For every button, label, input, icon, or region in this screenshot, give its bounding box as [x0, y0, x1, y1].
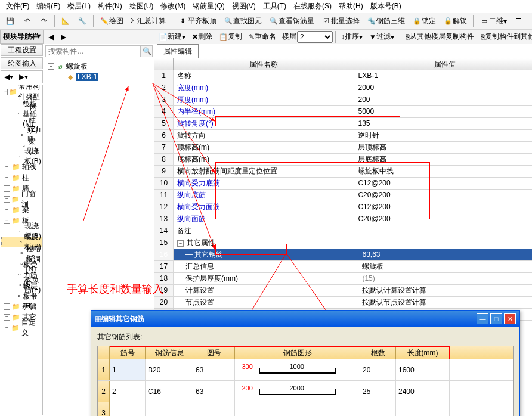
- 2d-button[interactable]: ▭二维 ▾: [477, 15, 510, 28]
- find-element-button[interactable]: 🔍查找图元: [221, 15, 265, 28]
- dialog-titlebar[interactable]: ▦ 编辑其它钢筋 — □ ✕: [91, 311, 519, 327]
- cell-length[interactable]: 2400: [396, 381, 450, 402]
- expand-icon[interactable]: +: [4, 314, 10, 321]
- panel-draw-input[interactable]: 绘图输入: [1, 57, 43, 69]
- cell-shape[interactable]: [235, 402, 360, 416]
- property-row[interactable]: 19计算设置按默认计算设置计算: [154, 285, 532, 297]
- component-item-lxb1[interactable]: LXB-1: [76, 73, 98, 81]
- dropdown-icon[interactable]: ▾: [37, 32, 41, 40]
- align-button[interactable]: ⬍平齐板顶: [175, 15, 219, 28]
- menu-help[interactable]: 帮助(H): [335, 1, 367, 11]
- prop-value[interactable]: [354, 225, 532, 237]
- tree-item[interactable]: ▫现浇板(B): [1, 151, 42, 162]
- cell-jinhao[interactable]: 2: [110, 381, 146, 402]
- delete-button[interactable]: ✖删除: [189, 30, 215, 44]
- expand-icon[interactable]: +: [4, 303, 10, 310]
- nav-fwd-icon[interactable]: ▶▾: [16, 70, 31, 83]
- cell-count[interactable]: [360, 402, 396, 416]
- rebar-row[interactable]: 22C16632002000252400: [98, 381, 513, 402]
- menu-edit[interactable]: 编辑(E): [33, 1, 64, 11]
- property-row[interactable]: 6旋转方向逆时针: [154, 130, 532, 142]
- prop-value[interactable]: C20@200: [354, 190, 532, 201]
- redo-icon[interactable]: ↷: [36, 15, 51, 28]
- lock-button[interactable]: 🔒锁定: [409, 15, 439, 28]
- close-icon[interactable]: ×: [28, 32, 32, 40]
- prop-value[interactable]: 层顶标高: [354, 142, 532, 153]
- undo-icon[interactable]: ↶: [19, 15, 35, 28]
- property-row[interactable]: 13纵向面筋C20@200: [154, 213, 532, 225]
- prop-value[interactable]: 螺旋板: [358, 261, 532, 272]
- menu-floor[interactable]: 楼层(L): [64, 1, 94, 11]
- property-grid[interactable]: 1名称LXB-12宽度(mm)20003厚度(mm)2004内半径(mm)500…: [154, 70, 532, 321]
- prop-value[interactable]: 2000: [354, 82, 532, 94]
- minimize-icon[interactable]: —: [477, 313, 488, 324]
- tool-item[interactable]: 🔧: [75, 15, 90, 28]
- component-tree[interactable]: −📁常用构件类型▫轴网▫筏板基础(M)▫柱(Z)▫剪力墙▫梁(L)▫现浇板(B)…: [1, 85, 43, 415]
- cell-count[interactable]: 20: [360, 359, 396, 380]
- find-rebar-button[interactable]: 🔍查看钢筋量: [266, 15, 317, 28]
- prop-value[interactable]: 螺旋板中线: [354, 166, 532, 177]
- tab-property-edit[interactable]: 属性编辑: [157, 44, 199, 58]
- property-row[interactable]: 10横向受力底筋C12@200: [154, 178, 532, 190]
- property-row[interactable]: 5旋转角度(°)135: [154, 118, 532, 130]
- prop-value[interactable]: C20@200: [354, 213, 532, 225]
- prop-value[interactable]: 层底标高: [354, 154, 532, 165]
- property-row[interactable]: 9横向放射配筋间距度量定位位置螺旋板中线: [154, 166, 532, 178]
- property-row[interactable]: 20节点设置按默认节点设置计算: [154, 297, 532, 309]
- property-row[interactable]: 18保护层厚度(mm)(15): [154, 273, 532, 285]
- copy-button[interactable]: 📋复制: [216, 30, 245, 44]
- expand-icon[interactable]: +: [4, 185, 10, 192]
- expand-icon[interactable]: +: [4, 175, 10, 181]
- property-row[interactable]: 2宽度(mm)2000: [154, 82, 532, 94]
- property-row[interactable]: 8底标高(m)层底标高: [154, 154, 532, 166]
- cell-info[interactable]: C16: [146, 381, 193, 402]
- floor-select[interactable]: 2: [297, 31, 333, 43]
- expand-icon[interactable]: +: [4, 207, 10, 213]
- batch-select-button[interactable]: ☑批量选择: [318, 15, 363, 28]
- prop-value[interactable]: C12@200: [354, 178, 532, 189]
- property-row[interactable]: 12横向受力面筋C12@200: [154, 201, 532, 213]
- rename-button[interactable]: ✎重命名: [246, 30, 279, 44]
- prop-value[interactable]: (15): [358, 273, 532, 284]
- rebar-row[interactable]: 11B20633001000201600: [98, 359, 513, 381]
- copy-from-floor-button[interactable]: ⎘从其他楼层复制构件: [403, 30, 477, 44]
- property-row[interactable]: 14备注: [154, 225, 532, 237]
- cell-shape[interactable]: 3001000: [235, 359, 360, 380]
- expand-icon[interactable]: −: [4, 218, 10, 224]
- cell-count[interactable]: 25: [360, 381, 396, 402]
- tree-item[interactable]: +📁基础: [1, 301, 42, 312]
- close-icon[interactable]: ✕: [504, 313, 516, 324]
- mid-back-icon[interactable]: ◀: [45, 30, 57, 44]
- cell-tuhao[interactable]: [193, 402, 235, 416]
- menu-draw[interactable]: 绘图(U): [126, 1, 157, 11]
- tool-item[interactable]: 📐: [58, 15, 73, 28]
- rebar-table[interactable]: 筋号 钢筋信息 图号 钢筋图形 根数 长度(mm) 11B20633001000…: [97, 346, 514, 416]
- mid-fwd-icon[interactable]: ▶: [58, 30, 69, 44]
- cell-shape[interactable]: 2002000: [235, 381, 360, 402]
- filter-button[interactable]: ▼过滤 ▾: [366, 30, 397, 44]
- prop-value[interactable]: 按默认节点设置计算: [358, 297, 532, 308]
- menu-tools[interactable]: 工具(T): [259, 1, 290, 11]
- search-icon[interactable]: 🔍: [141, 45, 153, 57]
- prop-value[interactable]: 逆时针: [354, 130, 532, 141]
- prop-value[interactable]: 按默认计算设置计算: [358, 285, 532, 296]
- prop-value[interactable]: 135: [354, 118, 532, 129]
- menu-version[interactable]: 版本号(B): [367, 1, 405, 11]
- cell-tuhao[interactable]: 63: [193, 359, 235, 380]
- property-row[interactable]: 4内半径(mm)5000: [154, 106, 532, 118]
- nav-back-icon[interactable]: ◀▾: [1, 70, 16, 83]
- tree-item[interactable]: +📁门窗洞: [1, 194, 42, 204]
- cell-info[interactable]: B20: [146, 359, 193, 380]
- menu-file[interactable]: 文件(F): [2, 1, 33, 11]
- copy-to-floor-button[interactable]: ⎘复制构件到其他楼层: [478, 30, 532, 44]
- property-row[interactable]: 16— 其它钢筋63,63: [154, 249, 532, 261]
- expand-icon[interactable]: +: [4, 325, 10, 331]
- maximize-icon[interactable]: □: [490, 313, 502, 324]
- tree-item[interactable]: +📁自定义: [1, 322, 42, 333]
- property-row[interactable]: 11纵向底筋C20@200: [154, 190, 532, 201]
- prop-value[interactable]: 5000: [354, 106, 532, 117]
- expand-icon[interactable]: +: [4, 196, 10, 203]
- menu-modify[interactable]: 修改(M): [157, 1, 189, 11]
- tree-item[interactable]: ▫楼层板带(H): [1, 290, 42, 301]
- cell-length[interactable]: 1600: [396, 359, 450, 380]
